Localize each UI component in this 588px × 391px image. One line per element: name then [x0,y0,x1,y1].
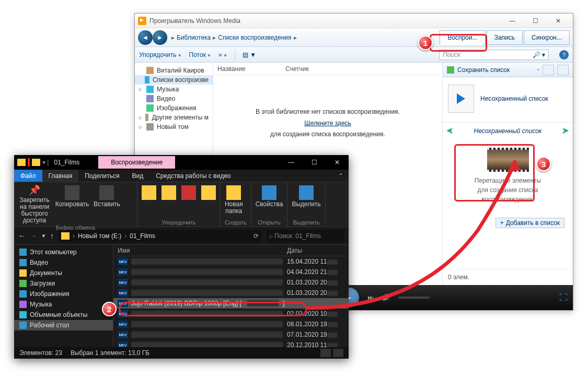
tree-videos[interactable]: Видео [14,257,113,268]
cut-icon[interactable] [125,185,133,193]
col-date[interactable]: Даты [287,247,344,254]
explorer-title: 01_Films [54,159,79,166]
next-button[interactable]: ⮞ [559,127,572,135]
sidebar-item-user[interactable]: Виталий Каиров [135,66,213,75]
newfolder-button[interactable]: Новая папка [225,185,243,215]
col-counter[interactable]: Счетчик [285,65,353,73]
nav-back-button[interactable]: ◄ [138,30,153,45]
tab-file[interactable]: Файл [14,170,42,182]
volume-slider[interactable] [398,297,430,299]
view-icons[interactable] [333,349,343,357]
tree-pictures[interactable]: Изображения [14,289,113,299]
path-drive[interactable]: Новый том (E:) [78,232,121,240]
moveto-button[interactable] [142,185,156,200]
tab-sync[interactable]: Синхрон... [524,30,570,45]
tab-video-tools[interactable]: Средства работы с видео [149,170,237,182]
maximize-button[interactable]: ☐ [524,15,547,27]
file-row[interactable]: MKV01.03.2020 20 [113,277,349,288]
paste-button[interactable]: Вставить [94,185,120,208]
refresh-button[interactable]: ⟳ [253,232,259,240]
tab-share[interactable]: Поделиться [78,170,125,182]
fullscreen-button[interactable]: ⛶ [559,293,568,302]
sidebar-item-music[interactable]: ▷Музыка [135,85,213,94]
search-box[interactable]: Поиск 🔎 ▾ [439,50,549,60]
col-name[interactable]: Название [217,65,285,73]
prev-button[interactable]: ⮜ [444,127,456,135]
tree-this-pc[interactable]: Этот компьютер [14,247,113,257]
group-organize: Упорядочить [142,219,216,226]
path-folder[interactable]: 01_Films [130,232,155,240]
organize-dropdown[interactable]: Упорядочить [139,51,182,58]
properties-button[interactable]: Свойства [256,185,283,208]
nav-history[interactable]: ▼ [41,233,46,239]
tab-burn[interactable]: Запись [487,30,523,45]
nav-forward-button[interactable]: ► [153,30,167,45]
tree-3d[interactable]: Объемные объекты [14,310,113,320]
copyto-button[interactable] [162,185,176,200]
select-button[interactable]: Выделить [292,185,320,208]
tab-home[interactable]: Главная [42,170,79,182]
sidebar-item-images[interactable]: Изображения [135,103,213,113]
pin-button[interactable]: 📌Закрепить на панели быстрого доступа [18,185,51,224]
sidebar-item-drive[interactable]: ▷Новый том [135,122,213,132]
copypath-icon[interactable] [125,195,133,202]
view-icon[interactable]: ▤ ▼ [243,51,256,58]
tree-music[interactable]: Музыка [14,299,113,310]
ribbon: 📌Закрепить на панели быстрого доступа Ко… [14,182,349,227]
breadcrumb-playlists[interactable]: Списки воспроизведения [218,34,291,41]
view-details[interactable] [320,349,331,357]
next-track-button[interactable]: ⏭ [367,294,374,301]
video-tools-tab[interactable]: Воспроизведение [98,156,175,169]
more-dropdown[interactable]: » [218,51,227,58]
rename-button[interactable] [201,185,216,200]
nav-back[interactable]: ← [18,232,26,240]
file-row[interactable]: MKV02.02.2020 10 [113,309,349,319]
folder-icon [61,232,70,240]
delete-button[interactable] [181,185,196,200]
close-button[interactable]: ✕ [547,15,570,27]
stream-dropdown[interactable]: Поток [189,51,211,58]
explorer-search[interactable]: ⌕ Поиск: 01_Films [266,230,344,242]
clear-button[interactable] [543,65,554,75]
col-name[interactable]: Имя [118,247,287,254]
sidebar-item-playlists[interactable]: Списки воспроизве [135,75,213,85]
save-list-button[interactable]: Сохранить список [457,66,534,74]
file-row[interactable]: MKV08.01.2020 19 [113,319,349,329]
file-row[interactable]: MKV20.12.2010 11 [113,340,349,347]
file-row[interactable]: MKV04.04.2020 21 [113,267,349,277]
tree-documents[interactable]: Документы [14,268,113,278]
breadcrumb-library[interactable]: Библиотека [177,34,211,41]
sidebar-item-video[interactable]: Видео [135,94,213,103]
playlist-title[interactable]: Несохраненный список [480,95,548,102]
create-link[interactable]: Щелкните здесь [304,120,351,127]
address-bar[interactable]: › Новый том (E:) › 01_Films ⟳ [58,230,262,242]
collapse-ribbon[interactable]: ⌃ [338,172,343,180]
nav-up[interactable]: ↑ [50,232,54,240]
search-icon[interactable]: 🔎 ▾ [533,51,545,58]
close-button[interactable]: ✕ [326,155,349,170]
sidebar-item-other[interactable]: ▷Другие элементы м [135,113,213,122]
options-button[interactable] [557,65,569,75]
file-row[interactable]: MKV07.01.2020 19 [113,329,349,340]
help-button[interactable]: ? [559,50,569,60]
minimize-button[interactable]: — [501,15,524,27]
tab-play[interactable]: Воспрои... [440,30,485,45]
pasteshortcut-icon[interactable] [125,204,133,211]
file-row-selected[interactable]: MKVJojo Rabbit (2019) BDRip 1080p [Eng] … [113,298,349,309]
copy-button[interactable]: Копировать [56,185,88,208]
playlist-count: 0 элем. [443,269,573,285]
maximize-button[interactable]: ☐ [303,155,326,170]
breadcrumb[interactable]: ▸ Библиотека ▸ Списки воспроизведения ▸ [171,34,297,41]
tree-desktop[interactable]: Рабочий стол [14,320,113,330]
nav-forward[interactable]: → [30,232,37,240]
add-to-list-button[interactable]: +Добавить в список [495,218,564,228]
mute-button[interactable]: 🔊 [382,294,390,301]
wmp-title-text: Проигрыватель Windows Media [149,17,240,25]
tab-view[interactable]: Вид [125,170,149,182]
tree-downloads[interactable]: Загрузки [14,278,113,289]
minimize-button[interactable]: — [280,155,303,170]
file-row[interactable]: MKV15.04.2020 11 [113,256,349,267]
file-row[interactable]: MKV01.03.2020 20 [113,288,349,298]
drop-target[interactable]: Перетащите элементы для создания списка … [446,144,570,208]
plus-icon: + [500,219,504,227]
